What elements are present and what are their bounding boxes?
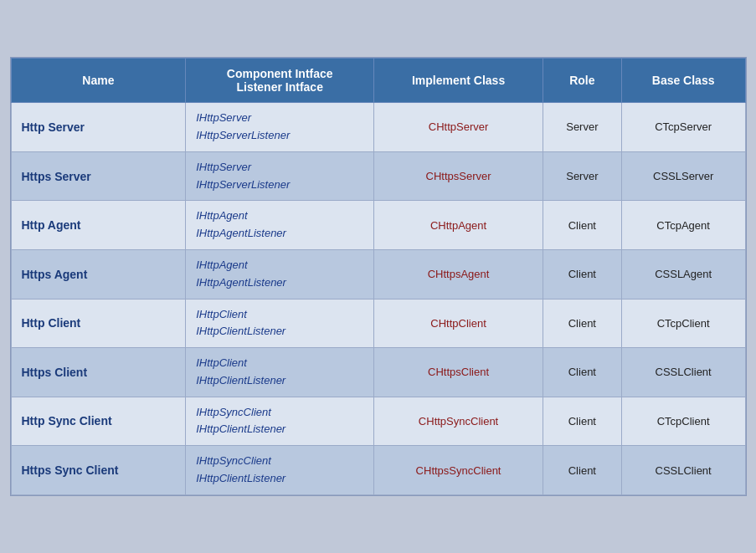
implement-cell: CHttpsServer: [374, 151, 543, 201]
table-row: Http Sync ClientIHttpSyncClientIHttpClie…: [11, 397, 745, 446]
interface2: IHttpClientListener: [196, 422, 285, 435]
col-baseclass-header: Base Class: [621, 59, 745, 103]
main-table-wrapper: Name Component Intface Listener Intface …: [10, 57, 747, 496]
baseclass-cell: CSSLAgent: [621, 249, 745, 299]
interface1: IHttpClient: [196, 308, 247, 320]
baseclass-cell: CSSLClient: [621, 446, 745, 495]
interface-cell: IHttpSyncClientIHttpClientListener: [186, 397, 374, 446]
interface-cell: IHttpAgentIHttpAgentListener: [186, 201, 374, 250]
interface1: IHttpServer: [196, 111, 251, 124]
interface1: IHttpSyncClient: [196, 454, 271, 467]
name-cell: Http Sync Client: [11, 397, 186, 446]
col-interface-header: Component Intface Listener Intface: [186, 59, 374, 103]
implement-cell: CHttpSyncClient: [374, 397, 543, 446]
name-cell: Http Client: [11, 299, 186, 348]
baseclass-cell: CTcpClient: [621, 299, 745, 348]
name-cell: Http Server: [11, 103, 186, 152]
interface1: IHttpAgent: [196, 259, 247, 271]
interface1: IHttpSyncClient: [196, 406, 271, 418]
col-name-header: Name: [11, 59, 186, 103]
name-cell: Https Client: [11, 348, 186, 397]
interface2: IHttpClientListener: [196, 472, 285, 484]
interface2: IHttpClientListener: [196, 325, 285, 337]
name-cell: Http Agent: [11, 201, 186, 250]
role-cell: Client: [543, 446, 621, 495]
table-row: Https AgentIHttpAgentIHttpAgentListenerC…: [11, 249, 745, 299]
interface-cell: IHttpServerIHttpServerListener: [186, 151, 374, 201]
baseclass-cell: CTcpAgent: [621, 201, 745, 250]
col-implement-header: Implement Class: [374, 59, 543, 103]
implement-cell: CHttpServer: [374, 103, 543, 152]
role-cell: Client: [543, 299, 621, 348]
interface-cell: IHttpServerIHttpServerListener: [186, 103, 374, 152]
table-row: Https ClientIHttpClientIHttpClientListen…: [11, 348, 745, 397]
interface1: IHttpClient: [196, 356, 247, 369]
implement-cell: CHttpClient: [374, 299, 543, 348]
baseclass-cell: CSSLClient: [621, 348, 745, 397]
implement-cell: CHttpsSyncClient: [374, 446, 543, 495]
baseclass-cell: CTcpClient: [621, 397, 745, 446]
role-cell: Server: [543, 151, 621, 201]
header-row: Name Component Intface Listener Intface …: [11, 59, 745, 103]
interface2: IHttpAgentListener: [196, 276, 286, 289]
col-role-header: Role: [543, 59, 621, 103]
interface1: IHttpServer: [196, 161, 251, 173]
interface1: IHttpAgent: [196, 209, 247, 222]
role-cell: Client: [543, 249, 621, 299]
name-cell: Https Agent: [11, 249, 186, 299]
role-cell: Client: [543, 201, 621, 250]
table-row: Https ServerIHttpServerIHttpServerListen…: [11, 151, 745, 201]
baseclass-cell: CSSLServer: [621, 151, 745, 201]
role-cell: Client: [543, 348, 621, 397]
col-interface-line1: Component Intface: [227, 67, 333, 80]
col-interface-line2: Listener Intface: [236, 80, 322, 94]
name-cell: Https Sync Client: [11, 446, 186, 495]
implement-cell: CHttpAgent: [374, 201, 543, 250]
data-table: Name Component Intface Listener Intface …: [11, 58, 746, 495]
interface-cell: IHttpSyncClientIHttpClientListener: [186, 446, 374, 495]
interface-cell: IHttpClientIHttpClientListener: [186, 348, 374, 397]
table-row: Http ServerIHttpServerIHttpServerListene…: [11, 103, 745, 152]
table-row: Http ClientIHttpClientIHttpClientListene…: [11, 299, 745, 348]
role-cell: Client: [543, 397, 621, 446]
name-cell: Https Server: [11, 151, 186, 201]
role-cell: Server: [543, 103, 621, 152]
baseclass-cell: CTcpServer: [621, 103, 745, 152]
interface-cell: IHttpAgentIHttpAgentListener: [186, 249, 374, 299]
table-row: Https Sync ClientIHttpSyncClientIHttpCli…: [11, 446, 745, 495]
interface2: IHttpAgentListener: [196, 227, 286, 239]
interface2: IHttpClientListener: [196, 374, 285, 387]
interface2: IHttpServerListener: [196, 178, 290, 191]
implement-cell: CHttpsAgent: [374, 249, 543, 299]
implement-cell: CHttpsClient: [374, 348, 543, 397]
interface-cell: IHttpClientIHttpClientListener: [186, 299, 374, 348]
interface2: IHttpServerListener: [196, 129, 290, 141]
table-row: Http AgentIHttpAgentIHttpAgentListenerCH…: [11, 201, 745, 250]
